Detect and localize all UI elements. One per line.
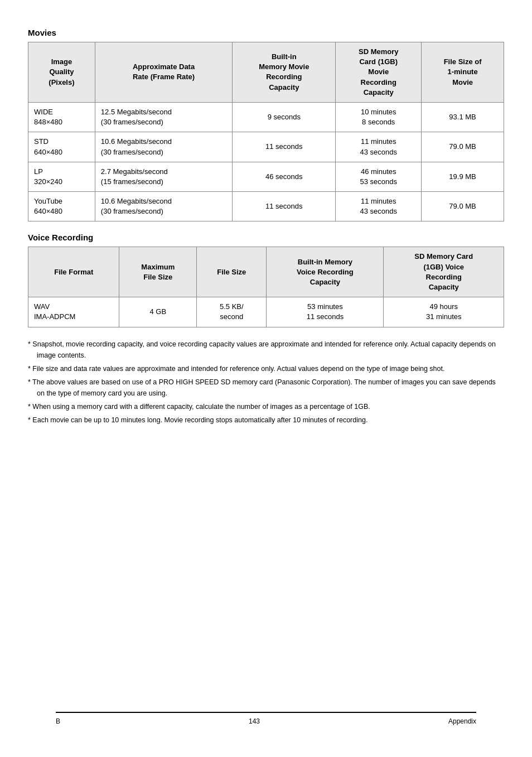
table-cell: 53 minutes11 seconds	[267, 297, 384, 327]
table-cell: 46 seconds	[233, 162, 336, 191]
table-cell: 12.5 Megabits/second(30 frames/second)	[95, 102, 232, 132]
footer-left: B	[56, 717, 60, 725]
table-cell: 79.0 MB	[422, 192, 504, 221]
table-cell: 11 minutes43 seconds	[336, 132, 422, 162]
notes-section: * Snapshot, movie recording capacity, an…	[28, 339, 504, 426]
table-cell: 79.0 MB	[422, 132, 504, 162]
page-footer: B 143 Appendix	[56, 712, 476, 725]
movies-table: ImageQuality(Pixels) Approximate DataRat…	[28, 42, 504, 221]
voice-header-maxsize: MaximumFile Size	[119, 247, 197, 297]
table-cell: 11 seconds	[233, 192, 336, 221]
voice-header-format: File Format	[28, 247, 119, 297]
table-cell: LP320×240	[28, 162, 95, 191]
movies-section-title: Movies	[28, 28, 504, 37]
movies-header-sdcard: SD MemoryCard (1GB)MovieRecordingCapacit…	[336, 42, 422, 103]
note-item: * The above values are based on use of a…	[28, 377, 504, 399]
table-cell: 93.1 MB	[422, 102, 504, 132]
table-cell: WIDE848×480	[28, 102, 95, 132]
table-cell: 2.7 Megabits/second(15 frames/second)	[95, 162, 232, 191]
table-cell: WAVIMA-ADPCM	[28, 297, 119, 327]
footer-right: Appendix	[448, 717, 476, 725]
movies-header-datarate: Approximate DataRate (Frame Rate)	[95, 42, 232, 103]
table-cell: 10.6 Megabits/second(30 frames/second)	[95, 132, 232, 162]
voice-table: File Format MaximumFile Size File Size B…	[28, 247, 504, 327]
voice-header-filesize: File Size	[197, 247, 267, 297]
table-cell: 10 minutes8 seconds	[336, 102, 422, 132]
table-row: LP320×2402.7 Megabits/second(15 frames/s…	[28, 162, 504, 191]
movies-header-builtin: Built-inMemory MovieRecordingCapacity	[233, 42, 336, 103]
table-row: STD640×48010.6 Megabits/second(30 frames…	[28, 132, 504, 162]
movies-header-filesize: File Size of1-minuteMovie	[422, 42, 504, 103]
note-item: * When using a memory card with a differ…	[28, 401, 504, 412]
movies-header-quality: ImageQuality(Pixels)	[28, 42, 95, 103]
table-cell: 4 GB	[119, 297, 197, 327]
table-cell: 19.9 MB	[422, 162, 504, 191]
table-cell: 49 hours31 minutes	[384, 297, 504, 327]
note-item: * Snapshot, movie recording capacity, an…	[28, 339, 504, 361]
voice-header-builtin: Built-in MemoryVoice RecordingCapacity	[267, 247, 384, 297]
table-row: YouTube640×48010.6 Megabits/second(30 fr…	[28, 192, 504, 221]
table-cell: 9 seconds	[233, 102, 336, 132]
table-cell: YouTube640×480	[28, 192, 95, 221]
table-cell: 5.5 KB/second	[197, 297, 267, 327]
voice-header-sdcard: SD Memory Card(1GB) VoiceRecordingCapaci…	[384, 247, 504, 297]
table-cell: 11 seconds	[233, 132, 336, 162]
footer-center: 143	[249, 717, 260, 725]
table-cell: STD640×480	[28, 132, 95, 162]
voice-section-title: Voice Recording	[28, 233, 504, 242]
table-cell: 10.6 Megabits/second(30 frames/second)	[95, 192, 232, 221]
table-cell: 11 minutes43 seconds	[336, 192, 422, 221]
table-row: WIDE848×48012.5 Megabits/second(30 frame…	[28, 102, 504, 132]
table-row: WAVIMA-ADPCM4 GB5.5 KB/second53 minutes1…	[28, 297, 504, 327]
note-item: * File size and data rate values are app…	[28, 363, 504, 374]
note-item: * Each movie can be up to 10 minutes lon…	[28, 414, 504, 426]
table-cell: 46 minutes53 seconds	[336, 162, 422, 191]
